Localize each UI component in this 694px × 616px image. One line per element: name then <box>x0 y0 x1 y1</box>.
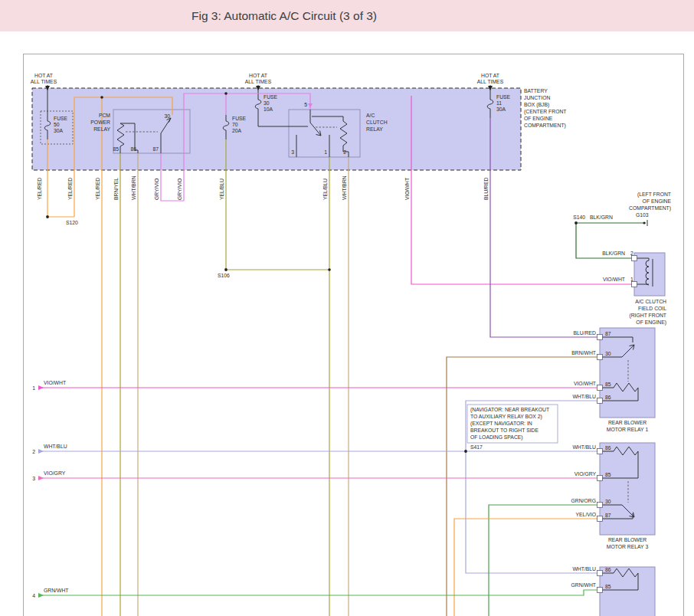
wire-label-brn-yel: BRN/YEL <box>113 178 119 200</box>
wire-label-yel-blu: YEL/BLU <box>322 179 328 200</box>
hot-label: ALL TIMES <box>477 79 504 84</box>
wire-label-vio-wht: VIO/WHT <box>574 381 596 386</box>
pin-label-30: 30 <box>164 113 170 119</box>
navigator-note: OF LOADING SPACE) <box>470 434 523 441</box>
wire-label-wht-blu: WHT/BLU <box>572 444 596 450</box>
fuse50-label: 50 <box>54 122 60 127</box>
pin-label-86: 86 <box>605 567 611 572</box>
pin-square <box>597 503 603 508</box>
terminal-number: 3 <box>32 476 35 481</box>
navigator-note: (EXCEPT NAVIGATOR: IN <box>470 421 532 427</box>
navigator-note: (NAVIGATOR: NEAR BREAKOUT <box>470 407 549 413</box>
left-front-note: OF ENGINE <box>643 198 672 204</box>
pin-label-86: 86 <box>130 146 136 152</box>
pin-square <box>632 256 637 261</box>
bjb-note: COMPARTMENT) <box>524 123 566 129</box>
wire-label-vio-gry: VIO/GRY <box>44 470 66 476</box>
junction-dot <box>224 92 228 95</box>
rear-blower-relay-3-box <box>600 443 655 535</box>
field-coil-label: FIELD COIL <box>638 306 666 311</box>
wire-label-wht-blu: WHT/BLU <box>44 444 67 449</box>
wire-label-vio-wht: VIO/WHT <box>603 277 625 282</box>
pin-label-86: 86 <box>605 445 611 451</box>
pin-label-85: 85 <box>605 382 611 387</box>
field-coil-label: A/C CLUTCH <box>635 299 666 304</box>
hot-label: ALL TIMES <box>245 79 272 84</box>
bjb-note: BOX (BJB) <box>524 102 549 108</box>
wiring-diagram: HOT AT ALL TIMES HOT AT ALL TIMES HOT AT… <box>0 0 694 616</box>
pin-square <box>597 516 603 522</box>
splice-s120-label: S120 <box>66 220 78 225</box>
g103-terminal-dot <box>643 222 646 224</box>
pcm-relay-label: RELAY <box>93 126 110 132</box>
relay1-label: REAR BLOWER <box>608 420 647 425</box>
navigator-note: BREAKOUT TO RIGHT SIDE <box>470 428 539 433</box>
wire-label-wht-blu: WHT/BLU <box>572 566 596 572</box>
pin-square <box>597 476 603 481</box>
wire-label-grn-wht: GRN/WHT <box>44 588 68 593</box>
pin-label-87: 87 <box>152 146 159 152</box>
bjb-note: OF ENGINE <box>524 116 553 121</box>
pin-label-85: 85 <box>113 146 119 152</box>
relay1-label: MOTOR RELAY 1 <box>607 427 649 432</box>
pin-label-2: 2 <box>343 149 346 155</box>
pin-label-86: 86 <box>605 395 611 400</box>
pin-square <box>597 571 603 576</box>
field-coil-label: OF ENGINE) <box>636 319 666 326</box>
wire-label-grn-wht: GRN/WHT <box>571 582 596 588</box>
pcm-relay-label: POWER <box>90 120 110 125</box>
fuse50-label: FUSE <box>54 116 68 121</box>
splice-s106-label: S106 <box>218 273 230 278</box>
wire-label-brn-wht: BRN/WHT <box>571 350 596 356</box>
left-front-note: COMPARTMENT) <box>629 205 671 211</box>
fuse30-label: FUSE <box>264 94 278 100</box>
splice-s106-dot <box>224 268 228 271</box>
pin-square <box>597 385 603 391</box>
junction-dot <box>328 268 331 271</box>
wire-label-blk-grn: BLK/GRN <box>590 215 613 220</box>
pin-label-87: 87 <box>605 513 611 518</box>
wire-label-blu-red: BLU/RED <box>574 330 597 336</box>
pin-label-85: 85 <box>605 472 611 477</box>
wire-label-vio-wht: VIO/WHT <box>44 380 66 385</box>
left-front-note: (LEFT FRONT <box>637 192 671 198</box>
pin-square <box>597 398 603 404</box>
splice-s417-dot <box>464 450 467 453</box>
wire-label-blu-red: BLU/RED <box>483 177 489 200</box>
fuse70-label: FUSE <box>232 116 247 121</box>
splice-s140-label: S140 <box>573 215 585 220</box>
wire-label-vio-gry: VIO/GRY <box>575 471 597 477</box>
pin-square <box>597 335 603 340</box>
bjb-note: JUNCTION <box>524 95 550 100</box>
rear-blower-relay-1-box <box>600 328 655 418</box>
pin-label-30: 30 <box>605 499 611 504</box>
wire-label-yel-red: YEL/RED <box>95 178 100 200</box>
fuse50-label: 30A <box>54 128 64 133</box>
pin-label-87: 87 <box>605 331 611 336</box>
wire-label-vio-wht: VIO/WHT <box>404 178 410 200</box>
rear-blower-relay-bottom-box <box>600 567 655 616</box>
pin-label-5: 5 <box>304 102 307 107</box>
pin-square <box>597 588 603 593</box>
wire-label-yel-red: YEL/RED <box>67 178 73 200</box>
wire-label-blk-grn: BLK/GRN <box>602 251 625 256</box>
terminal-number: 1 <box>32 385 35 391</box>
wire-label-wht-brn: WHT/BRN <box>131 175 136 200</box>
wire-label-grn-org: GRN/ORG <box>571 498 596 503</box>
fuse30-label: 10A <box>264 106 273 112</box>
wire-label-wht-brn: WHT/BRN <box>342 175 347 200</box>
ac-relay-label: RELAY <box>366 126 383 132</box>
pin-square <box>597 355 603 360</box>
pcm-relay-label: PCM <box>99 113 110 118</box>
navigator-note: TO AUXILIARY RELAY BOX 2) <box>470 414 542 420</box>
ground-g103-label: G103 <box>636 212 649 218</box>
wire-label-wht-blu: WHT/BLU <box>572 394 596 399</box>
fuse11-label: 30A <box>496 106 506 112</box>
hot-label: ALL TIMES <box>31 79 57 84</box>
fuse70-label: 20A <box>232 128 242 133</box>
coil-pin-2: 2 <box>630 251 633 256</box>
terminal-number: 4 <box>32 593 35 598</box>
bjb-note: (CENTER FRONT <box>524 109 567 115</box>
hot-label: HOT AT <box>34 73 53 78</box>
relay3-label: REAR BLOWER <box>608 537 647 542</box>
